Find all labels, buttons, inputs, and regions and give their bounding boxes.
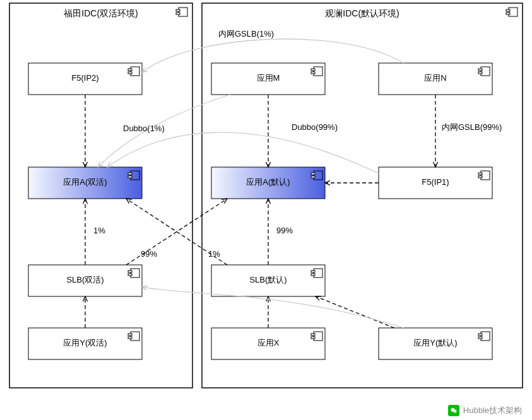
container-left-title: 福田IDC(双活环境) — [64, 8, 138, 18]
svg-text:SLB(默认): SLB(默认) — [249, 275, 287, 284]
node-slb-default: SLB(默认) — [211, 265, 325, 296]
edge-label-dubbo99: Dubbo(99%) — [292, 122, 338, 132]
node-f5ip1: F5(IP1) — [379, 167, 492, 199]
svg-rect-27 — [128, 176, 132, 178]
component-icon — [176, 8, 187, 16]
svg-text:应用A(默认): 应用A(默认) — [246, 177, 290, 187]
svg-rect-52 — [128, 337, 132, 339]
svg-rect-16 — [311, 69, 315, 71]
svg-text:应用Y(双活): 应用Y(双活) — [63, 338, 107, 347]
svg-rect-12 — [128, 72, 132, 74]
svg-rect-26 — [128, 173, 132, 175]
node-appA-default: 应用A(默认) — [211, 167, 325, 199]
svg-rect-56 — [311, 334, 315, 335]
svg-rect-57 — [311, 337, 315, 339]
node-appX: 应用X — [211, 328, 325, 359]
svg-rect-42 — [128, 274, 132, 276]
svg-rect-46 — [311, 271, 315, 272]
svg-rect-5 — [509, 8, 517, 16]
node-appN: 应用N — [379, 63, 492, 95]
svg-rect-37 — [478, 176, 482, 178]
edge-label-dubbo1: Dubbo(1%) — [123, 124, 165, 133]
svg-rect-61 — [478, 334, 482, 335]
svg-rect-3 — [176, 13, 180, 15]
watermark-text: Hubble技术架构 — [463, 405, 522, 416]
svg-text:应用N: 应用N — [424, 73, 446, 83]
edge-label-1pct-a: 1% — [93, 226, 105, 235]
node-appM: 应用M — [211, 63, 325, 95]
svg-rect-1 — [179, 8, 187, 16]
svg-text:SLB(双活): SLB(双活) — [66, 275, 103, 284]
edge-label-99pct-a: 99% — [141, 249, 157, 259]
node-appA-active: 应用A(双活) — [28, 167, 142, 199]
svg-rect-51 — [128, 334, 132, 335]
svg-rect-11 — [128, 69, 132, 71]
svg-rect-31 — [311, 173, 315, 175]
svg-rect-2 — [176, 9, 180, 11]
edge-label-gslb99: 内网GSLB(99%) — [442, 122, 502, 132]
svg-rect-6 — [506, 9, 510, 11]
svg-text:F5(IP2): F5(IP2) — [71, 73, 98, 83]
node-appY-active: 应用Y(双活) — [28, 328, 142, 359]
svg-text:应用A(双活): 应用A(双活) — [63, 177, 107, 187]
svg-rect-22 — [478, 72, 482, 74]
svg-rect-7 — [506, 13, 510, 15]
svg-text:应用M: 应用M — [257, 73, 280, 83]
svg-rect-21 — [478, 69, 482, 71]
component-icon — [506, 8, 517, 16]
wechat-icon — [448, 405, 459, 416]
node-slb-active: SLB(双活) — [28, 265, 142, 296]
edge-appY-def-to-slb-def — [316, 296, 394, 328]
svg-text:F5(IP1): F5(IP1) — [422, 177, 449, 187]
watermark: Hubble技术架构 — [448, 405, 522, 416]
svg-text:应用X: 应用X — [257, 338, 280, 347]
svg-rect-36 — [478, 173, 482, 175]
svg-point-64 — [453, 410, 456, 413]
edge-label-gslb1: 内网GSLB(1%) — [218, 29, 274, 38]
svg-rect-62 — [478, 337, 482, 339]
svg-rect-32 — [311, 176, 315, 178]
svg-text:应用Y(默认): 应用Y(默认) — [413, 338, 457, 347]
node-f5ip2: F5(IP2) — [28, 63, 142, 95]
node-appY-default: 应用Y(默认) — [379, 328, 492, 359]
container-right-title: 观澜IDC(默认环境) — [325, 8, 399, 18]
svg-rect-41 — [128, 271, 132, 272]
svg-rect-17 — [311, 72, 315, 74]
edge-label-1pct-b: 1% — [208, 249, 220, 259]
edge-label-99pct-b: 99% — [276, 226, 293, 235]
svg-rect-47 — [311, 274, 315, 276]
